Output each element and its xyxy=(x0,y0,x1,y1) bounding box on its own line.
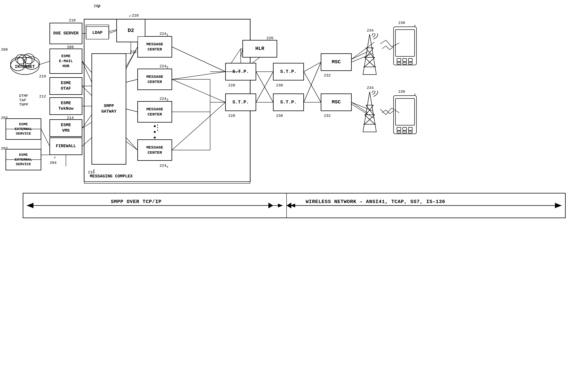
ref-206: 206 xyxy=(1,47,8,52)
svg-line-39 xyxy=(304,72,321,102)
svg-rect-111 xyxy=(408,131,412,133)
svg-line-134 xyxy=(126,141,137,150)
svg-line-135 xyxy=(172,47,226,72)
phone-top xyxy=(390,25,420,75)
internet-cloud: INTERNET xyxy=(6,47,44,77)
esme-otaf-box: ESMEOTAF xyxy=(50,77,82,95)
svg-line-125 xyxy=(82,122,92,128)
svg-rect-100 xyxy=(397,62,401,64)
ref-234-bot: 234 xyxy=(367,86,374,90)
ref-228-bot: 228 xyxy=(228,114,235,118)
svg-line-148 xyxy=(256,72,273,102)
svg-rect-97 xyxy=(397,59,401,61)
svg-line-153 xyxy=(304,62,321,102)
stp-top-right-box: S.T.P. xyxy=(273,63,304,80)
ref-228-top: 228 xyxy=(228,83,235,88)
svg-line-42 xyxy=(109,31,116,34)
svg-line-160 xyxy=(386,110,390,114)
message-center-3-box: MESSAGECENTER xyxy=(137,101,172,122)
svg-line-48 xyxy=(82,115,92,128)
svg-rect-101 xyxy=(403,62,407,64)
ref-208: 208 xyxy=(67,45,74,49)
svg-text:INTERNET: INTERNET xyxy=(15,64,35,69)
svg-line-157 xyxy=(386,46,390,50)
svg-line-27 xyxy=(172,72,226,79)
svg-line-28 xyxy=(172,79,226,102)
wireless-network-label: WIRELESS NETWORK – ANSI41, TCAP, SS7, IS… xyxy=(306,199,445,205)
esme-email-box: ESMEE-MAILHUB xyxy=(50,49,82,74)
ref-224-2: 2242 xyxy=(159,64,168,69)
esme-external1-box: ESMEEXTERNALSERVICE xyxy=(6,118,41,140)
svg-rect-108 xyxy=(408,127,412,130)
ref-236-bot: 236 xyxy=(398,89,405,94)
due-server-box: DUE SERVER xyxy=(50,23,82,44)
messaging-complex-label: MESSAGING COMPLEX xyxy=(90,174,133,179)
ref-236-top: 236 xyxy=(398,21,405,25)
svg-line-46 xyxy=(82,86,92,95)
ref-224-x: 224x xyxy=(159,164,168,169)
ref-232-bot: 232 xyxy=(324,114,331,118)
dtmf-tap-tnpp: DTMFTAPTNPP xyxy=(19,94,28,107)
svg-marker-87 xyxy=(363,92,376,132)
svg-line-29 xyxy=(172,102,226,150)
ref-202-2: 202 xyxy=(1,146,8,151)
svg-line-159 xyxy=(382,110,386,113)
ref-230-bot: 230 xyxy=(276,114,283,118)
svg-line-49 xyxy=(82,138,92,146)
svg-rect-96 xyxy=(396,30,415,56)
svg-line-122 xyxy=(82,61,92,73)
svg-line-133 xyxy=(126,109,137,112)
svg-rect-107 xyxy=(403,127,407,130)
stp-top-left-box: S.T.P. xyxy=(226,63,256,80)
ref-204-arrow: ↗ xyxy=(54,155,56,160)
svg-line-45 xyxy=(82,61,92,82)
svg-point-10 xyxy=(154,137,156,139)
ref-212: 212 xyxy=(39,94,46,99)
svg-line-37 xyxy=(304,62,321,72)
svg-rect-106 xyxy=(397,127,401,130)
svg-marker-79 xyxy=(363,35,376,75)
ref-232-top: 232 xyxy=(324,73,331,78)
svg-line-145 xyxy=(241,49,243,57)
svg-line-51 xyxy=(126,79,137,82)
svg-rect-105 xyxy=(396,98,415,125)
esme-teknow-box: ESMETekNow xyxy=(50,97,82,115)
tower-top xyxy=(357,33,382,76)
svg-rect-98 xyxy=(403,59,407,61)
diagram-container: 200 ↙ DUE SERVER 218 LDAP D2 220 ↙ ESMEE… xyxy=(0,0,588,377)
svg-line-52 xyxy=(126,109,137,112)
stp-bot-left-box: S.T.P. xyxy=(226,94,256,111)
ref-222-arrow: ↙ xyxy=(134,49,136,54)
connection-lines xyxy=(0,0,588,377)
ldap-box: LDAP xyxy=(86,26,109,39)
ref-234-top: 234 xyxy=(367,28,374,33)
bottom-section xyxy=(23,193,565,218)
message-center-2-box: MESSAGECENTER xyxy=(137,69,172,90)
ref-230-top: 230 xyxy=(276,83,283,88)
svg-line-40 xyxy=(304,62,321,102)
ref-220: 220 xyxy=(132,13,139,18)
svg-line-112 xyxy=(415,94,417,95)
smpp-tcp-label: SMPP OVER TCP/IP xyxy=(111,199,162,205)
svg-rect-99 xyxy=(408,59,412,61)
msc-top-box: MSC xyxy=(321,54,351,71)
msc-bot-box: MSC xyxy=(321,94,351,111)
svg-rect-102 xyxy=(408,62,412,64)
svg-line-54 xyxy=(41,129,50,146)
message-center-4-box: MESSAGECENTER xyxy=(137,140,172,161)
ref-224-1: 2241 xyxy=(159,32,168,37)
svg-line-150 xyxy=(304,62,321,72)
hlr-box: HLR xyxy=(243,40,277,57)
svg-line-35 xyxy=(256,72,273,102)
svg-line-132 xyxy=(126,79,137,82)
svg-rect-109 xyxy=(397,131,401,133)
svg-rect-110 xyxy=(403,131,407,133)
svg-line-26 xyxy=(172,47,226,72)
dots: ⋮ xyxy=(154,124,161,132)
ref-200-arrow: ↙ xyxy=(97,3,100,9)
esme-external2-box: ESMEEXTERNALSERVICE xyxy=(6,149,41,170)
svg-line-156 xyxy=(382,46,386,49)
ref-216-arrow: ↗ xyxy=(93,167,95,172)
firewall-box: FIREWALL xyxy=(50,138,82,155)
svg-line-36 xyxy=(256,72,273,102)
